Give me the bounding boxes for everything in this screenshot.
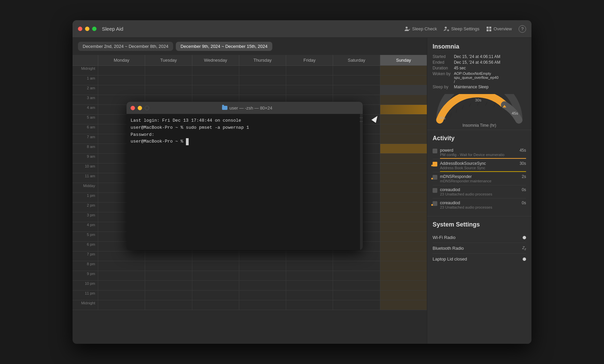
person-gear-icon bbox=[444, 26, 449, 32]
activity-icon-powerd bbox=[433, 149, 437, 153]
insomnia-gauge: 30s 30s 45s Insomnia Time (hr) bbox=[433, 94, 526, 124]
svg-rect-4 bbox=[487, 27, 489, 29]
coreaudiod2-dot bbox=[431, 204, 433, 206]
sleep-settings-button[interactable]: Sleep Settings bbox=[444, 26, 479, 32]
overview-button[interactable]: Overview bbox=[486, 26, 512, 32]
terminal-line-1: Last login: Fri Dec 13 17:48:44 on conso… bbox=[131, 117, 359, 124]
traffic-lights bbox=[78, 27, 97, 31]
svg-rect-6 bbox=[487, 29, 489, 31]
activity-text-powerd: powerd PM config - Wait for Device enume… bbox=[440, 148, 517, 157]
current-week-button[interactable]: December 9th, 2024 ~ December 15th, 2024 bbox=[176, 42, 272, 51]
svg-line-12 bbox=[477, 102, 479, 106]
svg-line-13 bbox=[486, 102, 487, 106]
terminal-title: user — -zsh — 80×24 bbox=[152, 105, 342, 111]
terminal-minimize-button[interactable] bbox=[138, 106, 142, 110]
time-row-2am: 2 am bbox=[73, 85, 427, 95]
close-button[interactable] bbox=[78, 27, 82, 31]
time-row-9pm: 9 pm bbox=[73, 271, 427, 281]
ended-value: Dec 15, '24 at 4:06:56 AM bbox=[454, 60, 526, 65]
terminal-line-2: user@MacBook-Pro ~ % sudo pmset -a power… bbox=[131, 124, 359, 131]
terminal-window[interactable]: user — -zsh — 80×24 Last login: Fri Dec … bbox=[127, 102, 363, 250]
day-header-sunday: Sunday bbox=[380, 55, 427, 65]
sleep-check-button[interactable]: Sleep Check bbox=[405, 26, 437, 32]
wifi-radio-indicator bbox=[523, 236, 526, 239]
maximize-button[interactable] bbox=[92, 27, 97, 31]
terminal-close-button[interactable] bbox=[131, 106, 135, 110]
activity-icon-coreaudiod1 bbox=[433, 188, 437, 193]
bluetooth-radio-indicator: Zz bbox=[522, 246, 526, 251]
terminal-line-4: user@MacBook-Pro ~ % bbox=[131, 138, 359, 145]
terminal-line-3: Password: bbox=[131, 131, 359, 139]
time-row-midnight: Midnight bbox=[73, 66, 427, 75]
laptop-lid-indicator bbox=[523, 257, 526, 261]
setting-laptop-lid: Laptop Lid closed bbox=[433, 254, 526, 264]
bluetooth-radio-label: Bluetooth Radio bbox=[433, 246, 464, 251]
activity-text-coreaudiod1: coreaudiod 23 Unattached audio processes bbox=[440, 187, 519, 196]
activity-item-coreaudiod2: coreaudiod 23 Unattached audio processes… bbox=[433, 199, 526, 211]
system-settings-section: System Settings Wi-Fi Radio Bluetooth Ra… bbox=[427, 216, 531, 269]
app-title: Sleep Aid bbox=[102, 26, 405, 32]
powerd-activity-bar bbox=[440, 158, 526, 159]
gauge-svg: 30s 30s 45s bbox=[433, 94, 526, 124]
svg-point-3 bbox=[448, 30, 448, 31]
svg-point-1 bbox=[445, 27, 447, 29]
woken-by-value: AOP:OutboxNotEmptyspu_queue_overflow_ep4… bbox=[454, 71, 526, 84]
activity-section: Activity powerd PM config - Wait for Dev… bbox=[427, 130, 531, 216]
day-header-thursday: Thursday bbox=[239, 55, 286, 65]
day-header-saturday: Saturday bbox=[333, 55, 380, 65]
day-header-friday: Friday bbox=[286, 55, 333, 65]
activity-item-coreaudiod1: coreaudiod 23 Unattached audio processes… bbox=[433, 185, 526, 199]
calendar-panel: December 2nd, 2024 ~ December 8th, 2024 … bbox=[73, 38, 427, 344]
svg-line-14 bbox=[494, 103, 495, 107]
setting-wifi-radio: Wi-Fi Radio bbox=[433, 232, 526, 243]
svg-rect-5 bbox=[489, 27, 491, 29]
activity-text-addressbook: AddressBookSourceSync Address Book Sourc… bbox=[440, 161, 517, 170]
time-row-11pm: 11 pm bbox=[73, 291, 427, 300]
duration-label: Duration bbox=[433, 66, 450, 70]
sleep-by-value: Maintenance Sleep bbox=[454, 85, 526, 89]
minimize-button[interactable] bbox=[85, 27, 89, 31]
mdns-dot bbox=[431, 178, 433, 180]
help-button[interactable]: ? bbox=[519, 25, 526, 33]
right-panel: Insomnia Started Dec 15, '24 at 4:06:11 … bbox=[427, 38, 531, 344]
laptop-lid-label: Laptop Lid closed bbox=[433, 256, 467, 262]
addressbook-activity-bar bbox=[440, 171, 526, 172]
wifi-radio-label: Wi-Fi Radio bbox=[433, 235, 456, 240]
time-row-8pm: 8 pm bbox=[73, 261, 427, 271]
activity-title: Activity bbox=[433, 135, 526, 142]
time-row-1am: 1 am bbox=[73, 75, 427, 85]
activity-icon-mdns bbox=[433, 175, 437, 180]
main-content: December 2nd, 2024 ~ December 8th, 2024 … bbox=[73, 38, 531, 344]
insomnia-title: Insomnia bbox=[433, 43, 526, 50]
time-row-10pm: 10 pm bbox=[73, 281, 427, 291]
week-nav: December 2nd, 2024 ~ December 8th, 2024 … bbox=[73, 38, 427, 55]
terminal-maximize-button[interactable] bbox=[145, 106, 149, 110]
title-bar-buttons: Sleep Check Sleep Settings Overv bbox=[405, 25, 526, 33]
svg-text:30s: 30s bbox=[475, 98, 482, 102]
svg-text:45s: 45s bbox=[512, 111, 518, 115]
overview-icon bbox=[486, 26, 492, 32]
day-headers: Monday Tuesday Wednesday Thursday Friday… bbox=[73, 55, 427, 66]
activity-icon-addressbook bbox=[433, 162, 437, 166]
activity-text-coreaudiod2: coreaudiod 23 Unattached audio processes bbox=[440, 201, 519, 209]
svg-line-10 bbox=[462, 105, 463, 109]
activity-item-powerd: powerd PM config - Wait for Device enume… bbox=[433, 146, 526, 159]
svg-rect-7 bbox=[489, 29, 491, 31]
day-header-tuesday: Tuesday bbox=[145, 55, 192, 65]
svg-point-0 bbox=[406, 27, 408, 29]
person-check-icon bbox=[405, 26, 410, 32]
svg-line-8 bbox=[450, 113, 451, 117]
app-window: Sleep Aid Sleep Check Sleep Settings bbox=[73, 20, 531, 344]
title-bar: Sleep Aid Sleep Check Sleep Settings bbox=[73, 20, 531, 38]
activity-icon-coreaudiod2 bbox=[433, 201, 437, 206]
sleep-by-label: Sleep by bbox=[433, 85, 450, 89]
terminal-folder-icon bbox=[222, 106, 227, 110]
system-settings-title: System Settings bbox=[433, 221, 526, 228]
addressbook-dot bbox=[431, 165, 433, 166]
activity-item-addressbook: AddressBookSourceSync Address Book Sourc… bbox=[433, 159, 526, 172]
ended-label: Ended bbox=[433, 60, 450, 65]
terminal-scrollbar[interactable]: ] ] bbox=[360, 114, 363, 250]
day-header-monday: Monday bbox=[98, 55, 145, 65]
terminal-body[interactable]: Last login: Fri Dec 13 17:48:44 on conso… bbox=[127, 114, 363, 250]
prev-week-button[interactable]: December 2nd, 2024 ~ December 8th, 2024 bbox=[78, 42, 173, 51]
